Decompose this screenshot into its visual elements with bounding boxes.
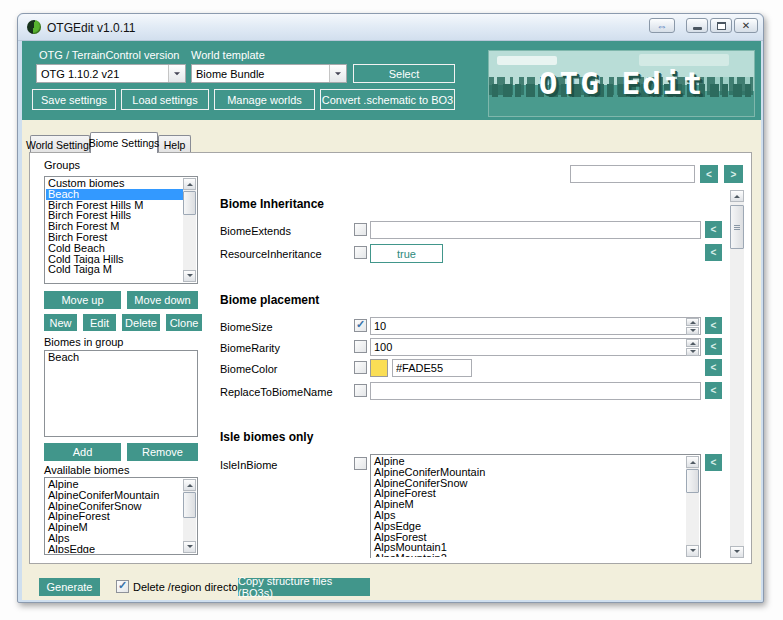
biome-size-input[interactable] (370, 317, 701, 335)
list-item[interactable]: AlpsMountain2 (372, 553, 686, 557)
move-down-button[interactable]: Move down (127, 291, 198, 309)
spin-up-icon[interactable] (686, 318, 699, 326)
load-settings-button[interactable]: Load settings (121, 89, 209, 110)
spin-up-icon[interactable] (686, 339, 699, 347)
isle-in-biome-listbox[interactable]: AlpineAlpineConiferMountainAlpineConifer… (370, 454, 701, 558)
list-item[interactable]: Custom biomes (46, 178, 183, 189)
biome-size-revert-button[interactable]: < (705, 317, 722, 334)
biome-rarity-revert-button[interactable]: < (705, 338, 722, 355)
tab-biome-settings[interactable]: Biome Settings (90, 132, 158, 153)
list-item[interactable]: Beach (46, 352, 196, 363)
resource-inheritance-revert-button[interactable]: < (705, 244, 722, 261)
spin-down-icon[interactable] (686, 327, 699, 335)
list-item[interactable]: Cold Beach (46, 243, 183, 254)
template-combobox[interactable]: Biome Bundle (191, 64, 347, 83)
list-item[interactable]: Alpine (46, 479, 183, 490)
list-item[interactable]: AlpineConiferMountain (46, 490, 183, 501)
biome-rarity-input[interactable] (370, 338, 701, 356)
scrollbar-thumb[interactable] (183, 492, 196, 518)
biome-color-swatch[interactable] (370, 359, 388, 377)
isle-in-biome-revert-button[interactable]: < (705, 454, 722, 471)
scroll-up-icon[interactable] (183, 178, 196, 190)
chevron-down-icon[interactable] (168, 65, 185, 82)
biome-size-spinner[interactable] (686, 318, 699, 335)
scroll-down-icon[interactable] (183, 270, 196, 282)
new-button[interactable]: New (44, 314, 77, 331)
minimize-button[interactable] (686, 18, 708, 33)
nav-arrows-button[interactable]: ⇔ (649, 18, 675, 33)
resource-inheritance-toggle[interactable]: true (370, 244, 443, 263)
list-item[interactable]: Birch Forest (46, 232, 183, 243)
list-item[interactable]: AlpsEdge (46, 544, 183, 553)
save-settings-button[interactable]: Save settings (32, 89, 116, 110)
list-item[interactable]: Cold Taiga Hills (46, 254, 183, 265)
list-item[interactable]: AlpsForest (372, 532, 686, 543)
scroll-down-icon[interactable] (686, 545, 699, 557)
biome-size-checkbox[interactable]: ✓ (354, 319, 367, 332)
list-item[interactable]: Birch Forest Hills M (46, 200, 183, 211)
biomes-in-group-listbox[interactable]: Beach (44, 350, 198, 437)
biome-extends-revert-button[interactable]: < (705, 221, 722, 238)
generate-button[interactable]: Generate (39, 578, 100, 596)
scroll-up-icon[interactable] (183, 479, 196, 491)
list-item[interactable]: AlpineM (46, 522, 183, 533)
biome-extends-checkbox[interactable]: ✓ (354, 223, 367, 236)
scrollbar-thumb[interactable] (686, 469, 699, 493)
biome-color-input[interactable] (392, 359, 472, 377)
list-item[interactable]: Birch Forest M (46, 221, 183, 232)
list-item[interactable]: AlpsEdge (372, 521, 686, 532)
list-item[interactable]: Alpine (372, 456, 686, 467)
resource-inheritance-checkbox[interactable]: ✓ (354, 246, 367, 259)
list-item[interactable]: Birch Forest Hills (46, 210, 183, 221)
scrollbar-thumb[interactable] (183, 191, 196, 215)
scrollbar[interactable] (183, 178, 196, 282)
scroll-up-icon[interactable] (686, 456, 699, 468)
tab-world-settings[interactable]: World Settings (30, 135, 90, 153)
convert-schematic-button[interactable]: Convert .schematic to BO3 (320, 89, 455, 110)
close-button[interactable]: ✕ (734, 18, 758, 33)
scrollbar-thumb[interactable] (730, 205, 744, 249)
edit-button[interactable]: Edit (83, 314, 116, 331)
biome-rarity-spinner[interactable] (686, 339, 699, 356)
groups-listbox[interactable]: Custom biomesBeachBirch Forest Hills MBi… (44, 176, 198, 284)
manage-worlds-button[interactable]: Manage worlds (214, 89, 315, 110)
titlebar[interactable]: OTGEdit v1.0.11 ⇔ ✕ (18, 14, 763, 41)
search-next-button[interactable]: > (724, 165, 743, 183)
list-item[interactable]: AlpsMountain1 (372, 542, 686, 553)
biome-extends-input[interactable] (370, 221, 701, 239)
scrollbar[interactable] (183, 479, 196, 553)
list-item[interactable]: AlpineForest (372, 488, 686, 499)
scroll-down-icon[interactable] (183, 541, 196, 553)
replace-to-biome-revert-button[interactable]: < (705, 382, 722, 399)
list-item[interactable]: AlpineConiferSnow (372, 478, 686, 489)
list-item[interactable]: Cold Taiga M (46, 264, 183, 275)
list-item[interactable]: Alps (46, 533, 183, 544)
isle-in-biome-checkbox[interactable]: ✓ (354, 457, 367, 470)
list-item[interactable]: AlpineConiferMountain (372, 467, 686, 478)
search-input[interactable] (570, 165, 695, 183)
move-up-button[interactable]: Move up (44, 291, 121, 309)
replace-to-biome-checkbox[interactable]: ✓ (354, 384, 367, 397)
list-item[interactable]: AlpineConiferSnow (46, 501, 183, 512)
delete-button[interactable]: Delete (122, 314, 160, 331)
replace-to-biome-input[interactable] (370, 382, 701, 400)
delete-region-checkbox[interactable]: ✓ (116, 580, 129, 593)
biome-color-checkbox[interactable]: ✓ (354, 361, 367, 374)
scroll-up-icon[interactable] (730, 190, 744, 202)
select-button[interactable]: Select (353, 64, 455, 83)
remove-button[interactable]: Remove (127, 443, 198, 461)
add-button[interactable]: Add (44, 443, 121, 461)
spin-down-icon[interactable] (686, 348, 699, 356)
list-item[interactable]: AlpineForest (46, 511, 183, 522)
version-combobox[interactable]: OTG 1.10.2 v21 (36, 64, 186, 83)
list-item[interactable]: AlpineM (372, 499, 686, 510)
scrollbar[interactable] (686, 456, 699, 557)
biome-rarity-checkbox[interactable]: ✓ (354, 340, 367, 353)
tab-help[interactable]: Help (158, 135, 191, 153)
biome-color-revert-button[interactable]: < (705, 359, 722, 376)
copy-structure-files-button[interactable]: Copy structure files (BO3s) (238, 578, 370, 596)
available-biomes-listbox[interactable]: AlpineAlpineConiferMountainAlpineConifer… (44, 477, 198, 555)
chevron-down-icon[interactable] (329, 65, 346, 82)
maximize-button[interactable] (710, 18, 732, 33)
scroll-down-icon[interactable] (730, 546, 744, 558)
